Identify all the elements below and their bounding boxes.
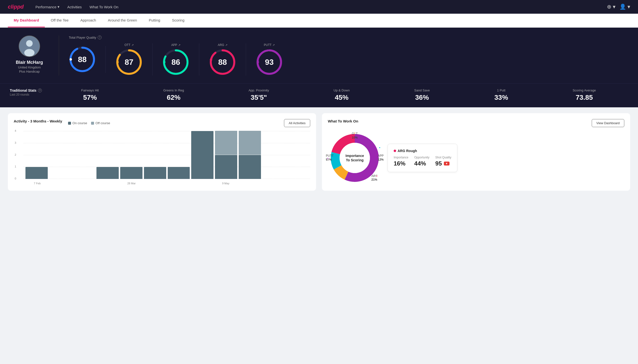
app-score-card: APP ↗ 86	[152, 43, 199, 76]
activity-card-header: Activity - 3 Months - Weekly On course O…	[14, 119, 310, 127]
putt-dot	[327, 158, 329, 160]
tab-bar: My Dashboard Off the Tee Approach Around…	[0, 14, 638, 28]
main-score-circle: 88	[69, 46, 96, 73]
app-seg-label: APP12%	[378, 154, 384, 162]
work-content: ImportanceTo Scoring OTT10% APP12% ARG21…	[328, 131, 624, 185]
shot-quality-badge: ▼	[444, 162, 450, 166]
bar-on-7	[191, 131, 214, 179]
on-course-dot	[68, 122, 71, 125]
user-menu-button[interactable]: 👤 ▾	[619, 4, 630, 10]
svg-point-8	[116, 61, 119, 63]
stat-1-putt: 1 Putt 33%	[494, 88, 508, 102]
work-card-header: What To Work On View Dashboard	[328, 119, 624, 127]
arg-score-card: ARG ↗ 88	[199, 43, 246, 76]
activity-legend: On course Off course	[68, 121, 110, 125]
help-icon[interactable]: ?	[98, 36, 102, 39]
svg-point-1	[26, 40, 33, 47]
bar-chart: 4 3 2 1 0 7 Feb28 Mar9 May	[14, 131, 310, 185]
legend-on-course: On course	[68, 121, 87, 125]
bar-on-0	[26, 167, 48, 179]
main-score-card: 88	[69, 46, 106, 73]
svg-point-14	[210, 58, 212, 61]
app-dot	[379, 147, 381, 149]
stats-label-area: Traditional Stats ? Last 20 rounds	[10, 88, 49, 96]
x-label-8: 9 May	[214, 182, 238, 185]
bar-on-5	[144, 167, 166, 179]
all-activities-button[interactable]: All Activities	[284, 119, 310, 127]
arg-circle: 88	[209, 49, 236, 76]
nav-what-to-work-on[interactable]: What To Work On	[90, 5, 118, 9]
add-button[interactable]: ⊕ ▾	[607, 4, 615, 10]
bar-group-5	[144, 167, 166, 179]
x-label-0: 7 Feb	[26, 182, 49, 185]
bar-group-0	[26, 167, 48, 179]
bars-container	[24, 131, 310, 179]
arg-dot	[376, 175, 378, 177]
scores-section: Total Player Quality ? 88 OTT	[69, 36, 628, 76]
app-label: APP ↗	[171, 43, 180, 47]
x-labels: 7 Feb28 Mar9 May	[24, 182, 310, 185]
stat-items: Fairways Hit 57% Greens In Reg 62% App. …	[49, 88, 628, 102]
bar-on-8	[215, 155, 237, 179]
nav-performance[interactable]: Performance ▾	[36, 5, 60, 9]
off-course-dot	[91, 122, 94, 125]
tab-putting[interactable]: Putting	[143, 14, 166, 28]
view-dashboard-button[interactable]: View Dashboard	[592, 119, 624, 127]
stat-up-and-down: Up & Down 45%	[334, 88, 350, 102]
ott-label: OTT ↗	[125, 43, 134, 47]
work-on-title: What To Work On	[328, 119, 358, 123]
putt-score-value: 93	[265, 58, 274, 67]
player-handicap: Plus Handicap	[19, 70, 40, 73]
stat-fairways-hit: Fairways Hit 57%	[81, 88, 99, 102]
main-score-value: 88	[78, 55, 87, 64]
score-cards: 88 OTT ↗ 87	[69, 43, 628, 76]
stat-greens-in-reg: Greens In Reg 62%	[163, 88, 184, 102]
bar-group-8	[215, 131, 237, 179]
player-location: United Kingdom	[18, 66, 41, 69]
donut-chart: ImportanceTo Scoring OTT10% APP12% ARG21…	[328, 131, 382, 185]
tab-approach[interactable]: Approach	[74, 14, 102, 28]
tab-scoring[interactable]: Scoring	[166, 14, 190, 28]
svg-point-5	[70, 58, 72, 61]
bar-group-9	[239, 131, 261, 179]
detail-metrics: Importance 16% Opportunity 44% Shot Qual…	[394, 156, 451, 167]
donut-center-label: ImportanceTo Scoring	[345, 154, 364, 162]
bar-on-3	[96, 167, 119, 179]
svg-point-11	[163, 61, 165, 63]
tab-around-the-green[interactable]: Around the Green	[102, 14, 143, 28]
tab-off-the-tee[interactable]: Off the Tee	[45, 14, 74, 28]
stat-sand-save: Sand Save 36%	[414, 88, 430, 102]
app-circle: 86	[162, 49, 189, 76]
work-on-card: What To Work On View Dashboard	[322, 113, 630, 191]
bar-on-6	[168, 167, 190, 179]
bar-group-3	[96, 167, 119, 179]
avatar	[19, 36, 40, 57]
stats-subtitle: Last 20 rounds	[10, 93, 49, 96]
svg-point-2	[24, 49, 35, 56]
arg-label: ARG ↗	[218, 43, 227, 47]
stat-scoring-average: Scoring Average 73.85	[573, 88, 596, 102]
bar-off-8	[215, 131, 237, 155]
bar-group-6	[168, 167, 190, 179]
detail-card-title: ARG Rough	[394, 149, 451, 153]
tab-my-dashboard[interactable]: My Dashboard	[8, 14, 45, 28]
bar-off-9	[239, 131, 261, 155]
divider	[59, 36, 59, 76]
ott-dot	[354, 132, 356, 134]
stats-row: Traditional Stats ? Last 20 rounds Fairw…	[0, 83, 638, 107]
stats-title: Traditional Stats ?	[10, 88, 49, 92]
player-name: Blair McHarg	[16, 60, 43, 65]
putt-label: PUTT ↗	[264, 43, 275, 47]
stats-help-icon[interactable]: ?	[38, 88, 42, 92]
ott-circle: 87	[116, 49, 142, 76]
x-label-4: 28 Mar	[120, 182, 143, 185]
ott-score-value: 87	[125, 58, 133, 67]
detail-importance: Importance 16%	[394, 156, 408, 167]
nav-activities[interactable]: Activities	[67, 5, 82, 9]
putt-circle: 93	[256, 49, 283, 76]
total-quality-label: Total Player Quality ?	[69, 36, 628, 39]
stat-app-proximity: App. Proximity 35'5"	[249, 88, 269, 102]
bar-on-4	[120, 167, 142, 179]
logo: clippd	[8, 4, 24, 10]
bottom-section: Activity - 3 Months - Weekly On course O…	[0, 107, 638, 196]
